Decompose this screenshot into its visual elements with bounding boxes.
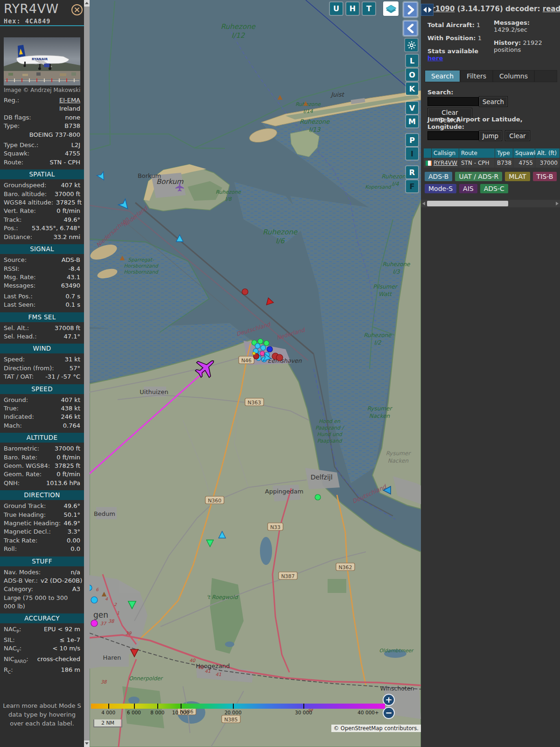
map-label: Rysumer (386, 450, 412, 457)
info-row: Large (75 000 to 300 000 lb) (0, 594, 84, 611)
info-row: Track Rate:0.00 (0, 536, 84, 545)
traffic-marker[interactable] (261, 345, 266, 351)
layer-switcher-button[interactable] (383, 1, 399, 16)
table-column-header[interactable]: Route (459, 148, 495, 158)
map-button-l[interactable]: L (406, 55, 418, 67)
tab-columns[interactable]: Columns (493, 70, 534, 82)
map-label: Ruhezone (295, 101, 321, 107)
close-icon[interactable] (71, 4, 83, 16)
badge-tis-b[interactable]: TIS-B (533, 172, 557, 181)
map-button-h[interactable]: H (346, 2, 359, 15)
map-button-f[interactable]: F (406, 180, 418, 192)
photo-credit: Image © Andrzej Makowski (4, 87, 80, 93)
traffic-marker[interactable] (255, 344, 260, 349)
map-attribution[interactable]: © OpenStreetMap contributors. (331, 725, 421, 732)
jump-button[interactable]: Jump (479, 130, 502, 141)
legend-tick (303, 704, 304, 709)
jump-input[interactable] (427, 131, 479, 140)
info-row: Direction (from):57° (0, 364, 84, 373)
badge-ais[interactable]: AIS (459, 184, 477, 193)
legend-tick-label: 10 000 (172, 710, 189, 715)
map-button-r[interactable]: R (406, 166, 418, 178)
map-button-o[interactable]: O (406, 69, 418, 81)
map-label: 4 (105, 597, 108, 601)
map-button-p[interactable]: P (406, 134, 418, 146)
section-header: WIND (0, 344, 84, 353)
scroll-up-icon[interactable] (84, 0, 90, 7)
traffic-marker[interactable] (91, 620, 98, 627)
tab-search[interactable]: Search (425, 70, 460, 82)
traffic-marker[interactable] (260, 351, 265, 356)
search-input[interactable] (427, 97, 479, 106)
search-button[interactable]: Search (479, 96, 508, 107)
map-canvas[interactable]: RuhezoneI/12RuhezoneI/14RuhezoneI/13Ruhe… (90, 0, 421, 747)
settings-gear-icon[interactable] (405, 39, 418, 51)
sidebar-scrollbar[interactable] (84, 0, 90, 747)
map-label: Ruhezone (364, 332, 392, 338)
info-row: TAT / OAT:-31 / -57 °C (0, 373, 84, 381)
section-header: STUFF (0, 557, 84, 566)
stats-here-link[interactable]: here (427, 55, 443, 62)
info-row: Ground Track:49.6° (0, 502, 84, 510)
traffic-marker[interactable] (258, 339, 263, 344)
badge-ads-c[interactable]: ADS-C (480, 184, 508, 193)
info-row: Ground:407 kt (0, 396, 84, 404)
scroll-right-icon[interactable] (556, 202, 559, 205)
scroll-down-icon[interactable] (84, 740, 90, 747)
traffic-marker[interactable] (264, 341, 269, 346)
scrollbar-thumb[interactable] (427, 201, 508, 206)
map-label: 38 (101, 679, 107, 684)
table-column-header[interactable]: Callsign (432, 148, 459, 158)
map-label: Uithuizen (140, 388, 168, 395)
table-column-header[interactable]: Alt. (ft) (535, 148, 560, 158)
scroll-left-icon[interactable] (422, 202, 425, 205)
section-header: ALTITUDE (0, 433, 84, 443)
table-column-header[interactable]: Type (495, 148, 513, 158)
sidebar-collapse-button[interactable] (403, 21, 418, 36)
divider (0, 25, 84, 26)
info-row: QNH:1013.6 hPa (0, 479, 84, 487)
jump-label: Jump to Airport or Latitude, Longitude: (427, 116, 553, 131)
info-row: Mach:0.764 (0, 422, 84, 430)
map-label: Appingedam (265, 488, 303, 495)
traffic-marker[interactable] (315, 494, 321, 500)
map-label: 40 (198, 665, 204, 670)
info-row: SIL:≤ 1e-7 (0, 636, 84, 644)
info-row: Last Seen:0.1 s (0, 301, 84, 309)
badge-uat-ads-r[interactable]: UAT / ADS-R (455, 172, 502, 181)
map-label: 39 (126, 631, 132, 636)
table-callsign[interactable]: RYR4VW (432, 158, 459, 168)
map-label: I/12 (231, 31, 245, 40)
stats-left: Total Aircraft: 1 With Position: 1 Stats… (427, 21, 494, 62)
tar1090-panel: tar1090 (3.14.1776) decoder: readsb Tota… (421, 0, 560, 747)
traffic-marker[interactable] (267, 346, 273, 352)
map-button-m[interactable]: M (406, 115, 418, 127)
panel-toggle-arrows-icon[interactable] (421, 4, 434, 16)
badge-mode-s[interactable]: Mode-S (425, 184, 456, 193)
map-button-t[interactable]: T (363, 2, 375, 15)
traffic-marker[interactable] (91, 597, 98, 603)
traffic-marker[interactable] (242, 289, 248, 295)
info-row: Baro. altitude:37000 ft (0, 190, 84, 198)
traffic-marker[interactable] (252, 352, 255, 355)
tab-filters[interactable]: Filters (460, 70, 493, 82)
traffic-marker[interactable] (276, 354, 283, 361)
map[interactable]: RuhezoneI/12RuhezoneI/14RuhezoneI/13Ruhe… (90, 0, 421, 747)
badge-mlat[interactable]: MLAT (505, 172, 530, 181)
readsb-link[interactable]: readsb (543, 5, 560, 13)
map-button-k[interactable]: K (406, 83, 418, 95)
map-button-u[interactable]: U (330, 2, 343, 15)
map-label: Haren (103, 654, 121, 661)
panel-horizontal-scrollbar[interactable] (421, 200, 560, 207)
registration-link[interactable]: EI-EMA (22, 96, 80, 105)
panel-title: tar1090 (3.14.1776) decoder: readsb (424, 5, 559, 13)
map-button-v[interactable]: V (406, 102, 418, 114)
badge-ads-b[interactable]: ADS-B (425, 172, 452, 181)
map-button-i[interactable]: I (406, 148, 418, 160)
table-column-header[interactable] (424, 148, 431, 158)
sidebar-expand-button[interactable] (403, 2, 418, 17)
jump-clear-button[interactable]: Clear (505, 130, 530, 141)
road-shield: N360 (208, 498, 221, 504)
table-column-header[interactable]: Squawk (513, 148, 535, 158)
section-header: SPATIAL (0, 169, 84, 179)
